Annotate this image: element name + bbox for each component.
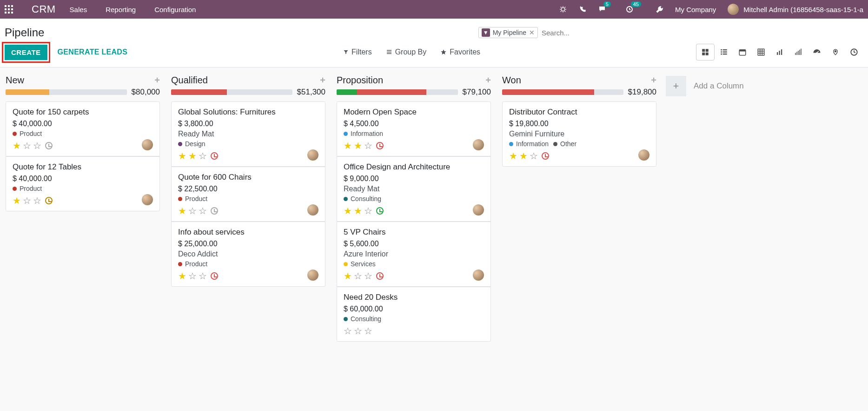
priority-star-icon[interactable]: ☆ [364, 140, 372, 151]
priority-star-icon[interactable]: ☆ [33, 195, 41, 206]
kanban-card[interactable]: Office Design and Architecture$ 9,000.00… [337, 156, 491, 222]
search-input[interactable] [538, 27, 863, 39]
kanban-card[interactable]: Quote for 600 Chairs$ 22,500.00Product★☆… [171, 167, 325, 222]
activity-clock-icon[interactable] [211, 152, 218, 160]
phone-icon[interactable] [579, 6, 586, 13]
kanban-card[interactable]: Need 20 Desks$ 60,000.00Consulting☆☆☆ [337, 287, 491, 342]
generate-leads-button[interactable]: GENERATE LEADS [58, 48, 128, 56]
nav-sales[interactable]: Sales [70, 6, 87, 13]
priority-star-icon[interactable]: ☆ [188, 205, 197, 216]
activity-clock-icon[interactable] [211, 207, 218, 215]
kanban-view-icon[interactable] [696, 44, 715, 61]
priority-star-icon[interactable]: ★ [188, 150, 197, 162]
activity-clock-icon[interactable] [45, 142, 53, 149]
priority-star-icon[interactable]: ★ [354, 140, 362, 151]
dashboard-view-icon[interactable] [808, 44, 826, 61]
assignee-avatar-icon[interactable] [142, 139, 153, 150]
apps-icon[interactable] [5, 5, 13, 13]
column-total: $51,300 [297, 88, 325, 97]
activity-icon[interactable]: 45 [625, 5, 644, 13]
assignee-avatar-icon[interactable] [307, 270, 318, 281]
add-column-button[interactable]: +Add a Column [666, 72, 754, 96]
kanban-card[interactable]: Distributor Contract$ 19,800.00Gemini Fu… [502, 101, 656, 167]
kanban-card[interactable]: Quote for 150 carpets$ 40,000.00Product★… [6, 101, 160, 156]
assignee-avatar-icon[interactable] [473, 270, 484, 281]
activity-clock-icon[interactable] [45, 197, 53, 204]
calendar-view-icon[interactable] [733, 44, 752, 61]
filter-chip-my-pipeline[interactable]: ▼ My Pipeline ✕ [478, 27, 538, 38]
priority-star-icon[interactable]: ☆ [33, 140, 41, 151]
kanban-card[interactable]: Quote for 12 Tables$ 40,000.00Product★☆☆ [6, 156, 160, 211]
bug-icon[interactable] [559, 5, 567, 13]
company-name[interactable]: My Company [675, 6, 716, 13]
close-icon[interactable]: ✕ [529, 29, 535, 36]
activity-clock-icon[interactable] [376, 272, 384, 280]
priority-star-icon[interactable]: ☆ [23, 140, 31, 151]
assignee-avatar-icon[interactable] [638, 149, 649, 161]
graph-view-icon[interactable] [770, 44, 789, 61]
map-view-icon[interactable] [826, 44, 845, 61]
svg-rect-31 [777, 52, 778, 55]
priority-star-icon[interactable]: ★ [354, 205, 362, 216]
assignee-avatar-icon[interactable] [142, 194, 153, 205]
wrench-icon[interactable] [656, 6, 663, 13]
app-brand[interactable]: CRM [32, 3, 56, 15]
kanban-card[interactable]: 5 VP Chairs$ 5,600.00Azure InteriorServi… [337, 222, 491, 287]
list-view-icon[interactable] [715, 44, 733, 61]
priority-star-icon[interactable]: ★ [519, 150, 528, 162]
priority-star-icon[interactable]: ★ [344, 270, 352, 282]
priority-star-icon[interactable]: ★ [178, 205, 186, 216]
priority-star-icon[interactable]: ☆ [344, 325, 352, 337]
filters-button[interactable]: Filters [343, 48, 372, 56]
messages-icon[interactable]: 5 [598, 5, 614, 13]
assignee-avatar-icon[interactable] [307, 149, 318, 161]
card-amount: $ 19,800.00 [509, 120, 649, 128]
priority-star-icon[interactable]: ☆ [199, 270, 207, 282]
tag: Services [344, 260, 376, 268]
priority-star-icon[interactable]: ☆ [364, 325, 372, 337]
assignee-avatar-icon[interactable] [307, 204, 318, 216]
cohort-view-icon[interactable] [789, 44, 808, 61]
priority-star-icon[interactable]: ★ [509, 150, 517, 162]
priority-star-icon[interactable]: ☆ [364, 270, 372, 282]
favorites-button[interactable]: Favorites [440, 48, 480, 56]
activity-clock-icon[interactable] [211, 272, 218, 280]
kanban-card[interactable]: Global Solutions: Furnitures$ 3,800.00Re… [171, 101, 325, 167]
pivot-view-icon[interactable] [752, 44, 770, 61]
priority-star-icon[interactable]: ☆ [364, 205, 372, 216]
priority-star-icon[interactable]: ☆ [354, 325, 362, 337]
view-switches [696, 44, 863, 61]
priority-star-icon[interactable]: ★ [344, 205, 352, 216]
priority-star-icon[interactable]: ☆ [530, 150, 538, 162]
user-menu[interactable]: Mitchell Admin (16856458-saas-15-1-a [728, 4, 863, 15]
assignee-avatar-icon[interactable] [473, 204, 484, 216]
activity-view-icon[interactable] [845, 44, 863, 61]
priority-star-icon[interactable]: ☆ [354, 270, 362, 282]
priority-star-icon[interactable]: ☆ [188, 270, 197, 282]
assignee-avatar-icon[interactable] [473, 139, 484, 150]
priority-star-icon[interactable]: ★ [13, 195, 21, 206]
activity-clock-icon[interactable] [542, 152, 549, 160]
priority-star-icon[interactable]: ☆ [199, 150, 207, 162]
add-card-icon[interactable]: + [651, 75, 656, 86]
tag-dot-icon [344, 197, 348, 201]
priority-star-icon[interactable]: ☆ [199, 205, 207, 216]
create-button[interactable]: CREATE [5, 45, 47, 60]
priority-star-icon[interactable]: ★ [178, 150, 186, 162]
activity-clock-icon[interactable] [376, 207, 384, 215]
add-card-icon[interactable]: + [320, 75, 325, 86]
priority-star-icon[interactable]: ★ [344, 140, 352, 151]
nav-configuration[interactable]: Configuration [154, 6, 196, 13]
activity-clock-icon[interactable] [376, 142, 384, 149]
priority-star-icon[interactable]: ★ [178, 270, 186, 282]
priority-star-icon[interactable]: ★ [13, 140, 21, 151]
add-card-icon[interactable]: + [154, 75, 160, 86]
kanban-card[interactable]: Modern Open Space$ 4,500.00Information★★… [337, 101, 491, 156]
kanban-card[interactable]: Info about services$ 25,000.00Deco Addic… [171, 222, 325, 287]
groupby-button[interactable]: Group By [386, 48, 427, 56]
add-card-icon[interactable]: + [485, 75, 491, 86]
priority-star-icon[interactable]: ☆ [23, 195, 31, 206]
nav-reporting[interactable]: Reporting [106, 6, 136, 13]
card-amount: $ 60,000.00 [344, 305, 484, 313]
card-footer: ★☆☆ [13, 140, 153, 151]
